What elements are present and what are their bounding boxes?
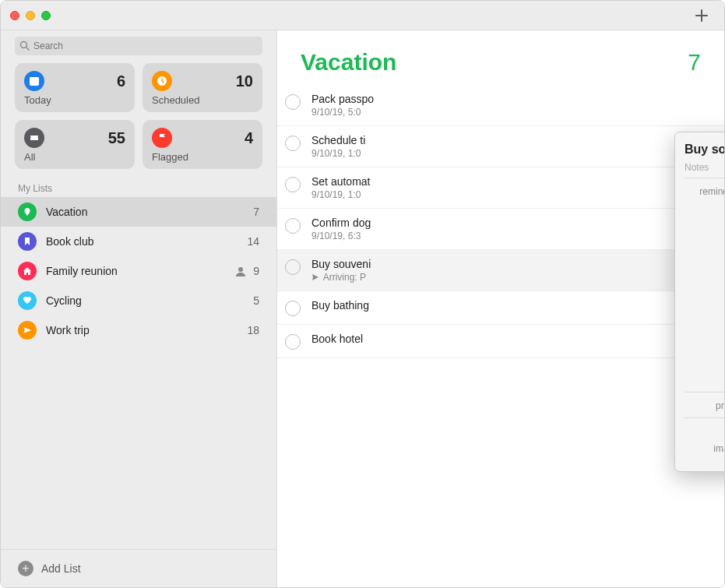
- sidebar-list-item[interactable]: Vacation7: [1, 197, 276, 227]
- sidebar-list-item[interactable]: Work trip18: [1, 315, 276, 345]
- reminder-detail-popover: Buy souvenirs Notes remind me On a Day: [674, 132, 724, 472]
- close-window-button[interactable]: [10, 11, 19, 20]
- smart-list-today[interactable]: 6 Today: [15, 63, 135, 112]
- list-name-label: Cycling: [46, 294, 253, 307]
- list-icon: [18, 321, 37, 340]
- list-name-label: Book club: [46, 235, 247, 248]
- reminder-subtitle: 9/10/19, 1:0: [311, 189, 701, 200]
- svg-point-5: [238, 267, 243, 272]
- search-icon: [19, 40, 30, 51]
- list-name-label: Family reunion: [46, 265, 234, 277]
- list-title: Vacation: [301, 49, 396, 76]
- reminder-row[interactable]: Buy souveni Arriving: P: [277, 250, 724, 291]
- reminder-title: Confirm dog: [311, 217, 701, 229]
- list-count-label: 7: [253, 206, 259, 218]
- reminder-row[interactable]: Buy bathing: [277, 291, 724, 325]
- reminder-title: Pack passpo: [311, 93, 701, 105]
- add-list-button[interactable]: + Add List: [1, 549, 276, 587]
- plus-circle-icon: +: [18, 561, 33, 576]
- reminder-subtitle: 9/10/19, 1:0: [311, 148, 701, 159]
- remind-me-label: remind me: [685, 185, 724, 197]
- reminder-subtitle: 9/10/19, 6:3: [311, 231, 701, 241]
- list-icon: [18, 291, 37, 310]
- all-label: All: [24, 151, 125, 163]
- svg-rect-4: [30, 138, 38, 140]
- plus-icon: [695, 9, 709, 23]
- scheduled-label: Scheduled: [152, 94, 253, 106]
- images-label: images: [685, 442, 724, 454]
- main-panel: Vacation 7 Pack passpo9/10/19, 5:0Schedu…: [277, 30, 724, 587]
- complete-checkbox[interactable]: [285, 259, 301, 275]
- app-window: 6 Today 10 Scheduled: [0, 0, 725, 588]
- list-icon: [18, 202, 37, 221]
- complete-checkbox[interactable]: [285, 301, 301, 316]
- all-count: 55: [108, 129, 125, 147]
- list-count-label: 9: [253, 265, 259, 277]
- scheduled-count: 10: [236, 72, 253, 90]
- sidebar-list-item[interactable]: Cycling5: [1, 286, 276, 315]
- sidebar: 6 Today 10 Scheduled: [1, 30, 277, 587]
- search-input[interactable]: [15, 37, 262, 55]
- flagged-label: Flagged: [152, 151, 253, 163]
- complete-checkbox[interactable]: [285, 177, 301, 192]
- list-count-label: 5: [253, 294, 259, 307]
- list-name-label: Work trip: [46, 324, 247, 336]
- popover-title[interactable]: Buy souvenirs: [685, 143, 724, 157]
- new-reminder-button[interactable]: [688, 6, 715, 25]
- complete-checkbox[interactable]: [285, 334, 301, 350]
- titlebar: [1, 1, 724, 30]
- svg-point-0: [21, 42, 27, 48]
- minimize-window-button[interactable]: [26, 11, 35, 20]
- complete-checkbox[interactable]: [285, 94, 301, 110]
- complete-checkbox[interactable]: [285, 136, 301, 151]
- sidebar-list-item[interactable]: Family reunion9: [1, 256, 276, 286]
- priority-label: priority: [685, 399, 724, 411]
- list-count-label: 18: [247, 324, 259, 336]
- calendar-icon: [24, 71, 44, 91]
- reminder-title: Buy bathing: [311, 299, 701, 312]
- shared-icon: [234, 265, 247, 277]
- list-count-label: 14: [247, 235, 259, 248]
- add-list-label: Add List: [41, 562, 81, 575]
- clock-icon: [152, 71, 172, 91]
- today-label: Today: [24, 94, 125, 106]
- reminder-title: Set automat: [311, 175, 701, 188]
- list-icon: [18, 232, 37, 251]
- flag-icon: [152, 128, 172, 148]
- reminder-row[interactable]: Confirm dog9/10/19, 6:3: [277, 209, 724, 250]
- reminder-subtitle: 9/10/19, 5:0: [311, 107, 701, 118]
- complete-checkbox[interactable]: [285, 218, 301, 234]
- notes-field[interactable]: Notes: [685, 162, 724, 178]
- sidebar-list-item[interactable]: Book club14: [1, 227, 276, 256]
- tray-icon: [24, 128, 44, 148]
- zoom-window-button[interactable]: [41, 11, 51, 20]
- list-count: 7: [688, 49, 701, 76]
- svg-rect-2: [30, 77, 39, 79]
- smart-list-scheduled[interactable]: 10 Scheduled: [143, 63, 262, 112]
- reminder-row[interactable]: Set automat9/10/19, 1:0: [277, 167, 724, 209]
- today-count: 6: [117, 72, 125, 90]
- smart-list-all[interactable]: 55 All: [15, 120, 135, 169]
- reminder-row[interactable]: Schedule ti9/10/19, 1:0: [277, 126, 724, 167]
- reminder-row[interactable]: Book hotel: [277, 325, 724, 358]
- list-icon: [18, 262, 37, 280]
- smart-list-flagged[interactable]: 4 Flagged: [143, 120, 262, 169]
- reminder-title: Schedule ti: [311, 134, 701, 146]
- list-name-label: Vacation: [46, 206, 253, 218]
- url-label: URL: [685, 424, 724, 437]
- reminder-title: Buy souveni: [311, 258, 701, 270]
- my-lists-header: My Lists: [1, 180, 276, 197]
- traffic-lights: [10, 11, 51, 20]
- reminder-title: Book hotel: [311, 333, 701, 345]
- reminder-row[interactable]: Pack passpo9/10/19, 5:0: [277, 85, 724, 126]
- flagged-count: 4: [245, 129, 253, 147]
- reminder-subtitle: Arriving: P: [311, 272, 701, 283]
